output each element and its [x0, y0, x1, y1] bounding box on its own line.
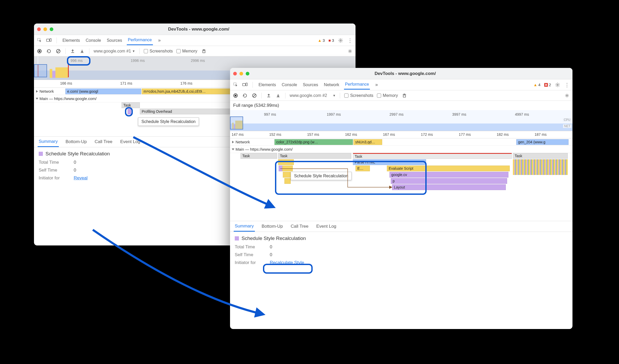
task-block[interactable]: Task — [122, 102, 140, 108]
network-track[interactable]: Network color_272x92dp.png (w… sNUn3,qd…… — [230, 138, 572, 146]
screenshots-label: Screenshots — [150, 49, 173, 54]
svg-rect-11 — [246, 83, 247, 86]
tab-elements[interactable]: Elements — [257, 80, 277, 89]
nested-yellow-2[interactable] — [283, 172, 292, 178]
task-block-2[interactable]: Task — [278, 153, 351, 159]
tooltip-2: Schedule Style Recalculation — [291, 172, 352, 180]
kebab-icon[interactable]: ⋮ — [347, 38, 353, 43]
record-icon[interactable] — [37, 48, 42, 54]
ev-block[interactable]: E… — [356, 166, 370, 171]
reload-icon[interactable] — [242, 93, 248, 98]
task-block-4[interactable]: Task — [513, 153, 568, 159]
errors-badge[interactable]: 2 — [544, 83, 551, 87]
download-icon[interactable] — [275, 93, 281, 98]
p-block[interactable]: p — [391, 178, 507, 184]
reveal-link[interactable]: Reveal — [74, 175, 88, 181]
kebab-icon[interactable]: ⋮ — [564, 82, 570, 88]
inspect-icon[interactable] — [37, 38, 42, 43]
screenshots-checkbox[interactable]: Screenshots — [144, 49, 173, 54]
dr-t3: 162 ms — [345, 132, 357, 137]
tab-sources[interactable]: Sources — [302, 80, 319, 89]
subtab-summary[interactable]: Summary — [38, 137, 59, 147]
clear-icon[interactable] — [55, 48, 61, 54]
detail-ruler[interactable]: 147 ms 152 ms 157 ms 162 ms 167 ms 172 m… — [230, 131, 572, 138]
memory-checkbox[interactable]: Memory — [377, 93, 398, 98]
page-select[interactable]: www.google.com #2 ▼ — [290, 93, 336, 98]
page-select-label: www.google.com #1 — [94, 49, 131, 54]
errors-badge[interactable]: ■3 — [329, 38, 334, 43]
style-recalc-marker[interactable] — [279, 166, 282, 171]
memory-checkbox[interactable]: Memory — [176, 49, 197, 54]
page-select[interactable]: www.google.com #1 ▼ — [94, 49, 135, 54]
reload-icon[interactable] — [46, 48, 52, 54]
dr-t6: 177 ms — [459, 132, 471, 137]
gear-icon[interactable] — [564, 93, 570, 98]
gear-icon[interactable] — [347, 48, 353, 54]
layout-block[interactable]: Layout — [392, 184, 506, 190]
main-label: Main — https://www.google.com/ — [39, 96, 96, 101]
tab-console[interactable]: Console — [281, 80, 298, 89]
gc-icon[interactable] — [402, 93, 407, 98]
subtab-calltree[interactable]: Call Tree — [94, 137, 113, 146]
task-block-3[interactable]: Task — [353, 153, 512, 159]
task-block-1[interactable]: Task — [240, 153, 277, 159]
net-request-1[interactable]: e.com/ (www.googl — [65, 89, 141, 94]
upload-icon[interactable] — [70, 48, 76, 54]
gc-icon[interactable] — [201, 48, 207, 54]
titlebar[interactable]: DevTools - www.google.com/ — [34, 24, 356, 35]
recalculate-style-link[interactable]: Recalculate Style — [270, 260, 304, 265]
flame-chart[interactable]: Task Task Task Task Parse HTML E… Evalua… — [230, 153, 572, 221]
tab-sources[interactable]: Sources — [106, 36, 123, 45]
inspect-icon[interactable] — [233, 82, 238, 88]
clear-icon[interactable] — [251, 93, 257, 98]
close-icon[interactable] — [233, 72, 237, 75]
tab-performance[interactable]: Performance — [344, 80, 370, 90]
tab-performance[interactable]: Performance — [127, 36, 153, 45]
expand-icon[interactable] — [36, 90, 38, 93]
more-tabs-icon[interactable]: » — [374, 82, 379, 88]
panel-tabbar: Elements Console Sources Performance » ▲… — [34, 35, 356, 46]
parse-html-block[interactable]: Parse HTML — [353, 159, 426, 165]
device-icon[interactable] — [46, 38, 52, 43]
titlebar[interactable]: DevTools - www.google.com/ — [230, 68, 572, 79]
record-icon[interactable] — [233, 93, 238, 98]
upload-icon[interactable] — [266, 93, 272, 98]
subtab-calltree[interactable]: Call Tree — [290, 222, 310, 231]
svg-point-8 — [349, 50, 351, 52]
net-item-1[interactable]: color_272x92dp.png (w… — [274, 139, 353, 145]
close-icon[interactable] — [37, 27, 41, 31]
subtab-eventlog[interactable]: Event Log — [315, 222, 337, 231]
warnings-badge[interactable]: ▲4 — [533, 83, 540, 87]
expand-icon[interactable] — [232, 141, 234, 143]
tab-console[interactable]: Console — [85, 36, 102, 45]
nested-yellow-1[interactable] — [281, 166, 293, 171]
gear-icon[interactable] — [555, 82, 560, 88]
svg-point-15 — [235, 95, 237, 96]
net-item-3[interactable]: gen_204 (www.g — [516, 139, 569, 145]
more-tabs-icon[interactable]: » — [157, 38, 162, 43]
subtab-bottomup[interactable]: Bottom-Up — [65, 137, 88, 146]
self-time-label: Self Time — [39, 168, 67, 173]
run-block-1[interactable] — [278, 159, 294, 165]
network-label: Network — [236, 140, 250, 144]
tab-network[interactable]: Network — [323, 80, 340, 89]
subtab-eventlog[interactable]: Event Log — [119, 137, 141, 146]
flame-purple-block[interactable] — [128, 109, 131, 114]
main-track-header[interactable]: Main — https://www.google.com/ — [230, 146, 572, 153]
net-item-2[interactable]: sNUn3,qd… — [353, 139, 382, 145]
collapse-icon[interactable] — [232, 148, 234, 150]
download-icon[interactable] — [79, 48, 85, 54]
nested-yellow-3[interactable] — [284, 178, 291, 184]
gear-icon[interactable] — [338, 38, 343, 43]
google-cv-block[interactable]: google.cv — [389, 172, 508, 178]
screenshots-checkbox[interactable]: Screenshots — [344, 93, 373, 98]
device-icon[interactable] — [242, 82, 248, 88]
warnings-badge[interactable]: ▲3 — [318, 38, 325, 43]
overview-minimap[interactable]: 997 ms 1997 ms 2997 ms 3997 ms 4997 ms C… — [230, 110, 572, 131]
collapse-icon[interactable] — [36, 98, 38, 99]
subtab-summary[interactable]: Summary — [234, 221, 255, 232]
svg-line-17 — [253, 94, 256, 97]
tab-elements[interactable]: Elements — [61, 36, 81, 45]
subtab-bottomup[interactable]: Bottom-Up — [261, 222, 284, 231]
evaluate-script-block[interactable]: Evaluate Script — [387, 166, 510, 171]
